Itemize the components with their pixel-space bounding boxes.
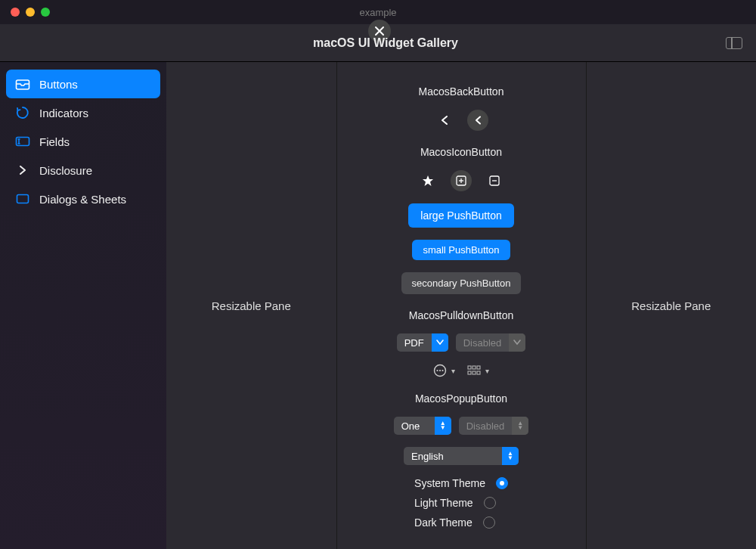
sidebar: Buttons Indicators Fields Disclosure Dia… <box>0 62 166 549</box>
large-push-button[interactable]: large PushButton <box>408 203 513 228</box>
svg-rect-19 <box>472 371 476 374</box>
main-content: Buttons Indicators Fields Disclosure Dia… <box>0 62 756 549</box>
section-back-title: MacosBackButton <box>419 85 504 98</box>
chevron-down-icon: ▾ <box>485 367 489 375</box>
popup-label: One <box>394 420 435 432</box>
pane-label: Resizable Pane <box>212 299 291 312</box>
svg-rect-0 <box>17 80 29 89</box>
radio-on-icon <box>496 477 508 489</box>
sidebar-item-label: Fields <box>39 135 70 148</box>
small-push-button[interactable]: small PushButton <box>412 240 510 260</box>
radio-off-icon <box>484 497 496 509</box>
popup-label: English <box>404 451 502 462</box>
pulldown-label: PDF <box>397 337 432 349</box>
star-icon-button[interactable] <box>417 170 438 191</box>
svg-rect-15 <box>468 366 471 369</box>
language-popup[interactable]: English ▲▼ <box>404 447 519 465</box>
window-title: example <box>359 7 396 18</box>
radio-label: Light Theme <box>414 497 473 509</box>
sidebar-item-fields[interactable]: Fields <box>6 127 160 156</box>
window-icon <box>15 191 30 206</box>
close-window-button[interactable] <box>11 8 20 17</box>
svg-rect-16 <box>472 366 476 369</box>
chevron-down-icon: ▾ <box>451 367 455 375</box>
sidebar-item-dialogs[interactable]: Dialogs & Sheets <box>6 185 160 213</box>
popup-label: Disabled <box>459 420 513 432</box>
fullscreen-window-button[interactable] <box>41 8 50 17</box>
disabled-pulldown: Disabled <box>456 333 526 352</box>
sidebar-toggle-icon[interactable] <box>726 37 742 49</box>
updown-chevron-icon: ▲▼ <box>435 417 451 435</box>
back-button-circle[interactable] <box>467 110 488 131</box>
updown-chevron-icon: ▲▼ <box>502 447 519 465</box>
svg-rect-18 <box>468 371 471 374</box>
pulldown-row: PDF Disabled <box>397 333 526 352</box>
one-popup[interactable]: One ▲▼ <box>394 417 451 435</box>
svg-rect-5 <box>17 195 29 203</box>
content-area: Resizable Pane MacosBackButton MacosIcon… <box>166 62 756 549</box>
section-icon-title: MacosIconButton <box>420 146 502 158</box>
center-pane: MacosBackButton MacosIconButton <box>337 62 587 549</box>
popup-row: One ▲▼ Disabled ▲▼ <box>394 417 529 435</box>
secondary-push-button[interactable]: secondary PushButton <box>401 272 522 294</box>
loading-icon <box>15 105 30 120</box>
sidebar-item-label: Disclosure <box>39 164 92 177</box>
theme-radio-group: System Theme Light Theme Dark Theme <box>414 477 508 529</box>
radio-system-theme[interactable]: System Theme <box>414 477 508 489</box>
page-title: macOS UI Widget Gallery <box>313 36 458 50</box>
radio-off-icon <box>483 516 495 529</box>
pane-label: Resizable Pane <box>631 299 711 312</box>
section-popup-title: MacosPopupButton <box>415 392 507 405</box>
section-pulldown-title: MacosPulldownButton <box>409 309 514 321</box>
left-pane[interactable]: Resizable Pane <box>166 62 337 549</box>
filebox-icon <box>15 76 30 92</box>
svg-rect-20 <box>477 371 480 374</box>
svg-rect-17 <box>477 366 480 369</box>
chevron-right-icon <box>15 163 30 178</box>
ellipsis-pulldown[interactable]: ▾ <box>433 364 455 377</box>
sidebar-item-label: Indicators <box>39 107 88 119</box>
textfield-icon <box>15 134 30 149</box>
chevron-down-icon <box>509 333 525 352</box>
grid-pulldown[interactable]: ▾ <box>467 365 489 376</box>
updown-chevron-icon: ▲▼ <box>512 417 528 435</box>
sidebar-item-buttons[interactable]: Buttons <box>6 70 160 98</box>
pulldown-icon-row: ▾ ▾ <box>433 364 489 377</box>
svg-point-12 <box>436 370 438 371</box>
minus-icon-button[interactable] <box>484 170 505 191</box>
svg-rect-1 <box>17 138 29 146</box>
back-button-plain[interactable] <box>434 110 455 131</box>
radio-label: Dark Theme <box>414 516 472 529</box>
sidebar-item-disclosure[interactable]: Disclosure <box>6 156 160 185</box>
toolbar: macOS UI Widget Gallery <box>0 24 756 62</box>
radio-label: System Theme <box>414 477 485 489</box>
disabled-popup: Disabled ▲▼ <box>459 417 529 435</box>
right-pane[interactable]: Resizable Pane <box>587 62 757 549</box>
sidebar-item-label: Buttons <box>39 78 78 91</box>
minimize-window-button[interactable] <box>26 8 35 17</box>
traffic-lights <box>11 8 50 17</box>
plus-icon-button[interactable] <box>451 170 472 191</box>
radio-light-theme[interactable]: Light Theme <box>414 497 496 509</box>
svg-point-14 <box>442 370 443 371</box>
pulldown-label: Disabled <box>456 337 510 349</box>
sidebar-item-indicators[interactable]: Indicators <box>6 98 160 127</box>
back-button-row <box>434 110 488 131</box>
pdf-pulldown[interactable]: PDF <box>397 333 448 352</box>
svg-point-13 <box>439 370 441 371</box>
radio-dark-theme[interactable]: Dark Theme <box>414 516 495 529</box>
icon-button-row <box>417 170 505 191</box>
sidebar-item-label: Dialogs & Sheets <box>39 193 126 206</box>
chevron-down-icon <box>432 333 448 352</box>
